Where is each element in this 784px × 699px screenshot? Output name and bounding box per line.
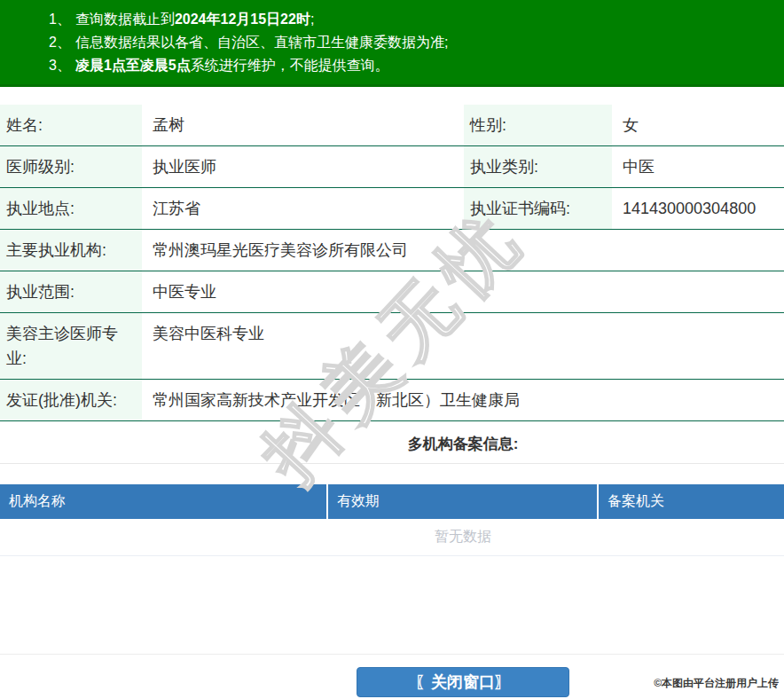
table-row: 发证(批准)机关: 常州国家高新技术产业开发区（新北区）卫生健康局 bbox=[0, 380, 784, 421]
field-label-name: 姓名: bbox=[0, 105, 142, 146]
page: 1、查询数据截止到2024年12月15日22时; 2、信息数据结果以各省、自治区… bbox=[0, 0, 784, 699]
table-row: 医师级别: 执业医师 执业类别: 中医 bbox=[0, 146, 784, 188]
field-value-practice-scope: 中医专业 bbox=[142, 271, 784, 313]
field-value-certificate-code: 141430000304800 bbox=[612, 188, 784, 230]
multi-org-table: 机构名称 有效期 备案机关 暂无数据 bbox=[0, 484, 784, 556]
field-label-practice-scope: 执业范围: bbox=[0, 271, 142, 313]
notice-number: 3、 bbox=[49, 58, 71, 73]
table-row: 暂无数据 bbox=[0, 519, 784, 555]
table-row: 美容主诊医师专业: 美容中医科专业 bbox=[0, 313, 784, 380]
field-label-practice-category: 执业类别: bbox=[464, 146, 612, 188]
field-label-issuing-authority: 发证(批准)机关: bbox=[0, 380, 142, 421]
notice-line: 1、查询数据截止到2024年12月15日22时; bbox=[49, 8, 784, 31]
close-window-button[interactable]: 〖关闭窗口〗 bbox=[357, 667, 569, 697]
table-row: 执业范围: 中医专业 bbox=[0, 271, 784, 313]
notice-text: 查询数据截止到 bbox=[75, 12, 175, 27]
notice-number: 2、 bbox=[49, 35, 71, 50]
field-value-name: 孟树 bbox=[142, 105, 464, 146]
empty-data-placeholder: 暂无数据 bbox=[0, 519, 784, 555]
field-value-issuing-authority: 常州国家高新技术产业开发区（新北区）卫生健康局 bbox=[142, 380, 784, 421]
content-wrapper: 1、查询数据截止到2024年12月15日22时; 2、信息数据结果以各省、自治区… bbox=[0, 0, 784, 697]
notice-text-bold: 凌晨1点至凌晨5点 bbox=[75, 58, 191, 73]
field-value-doctor-level: 执业医师 bbox=[142, 146, 464, 188]
notice-line: 2、信息数据结果以各省、自治区、直辖市卫生健康委数据为准; bbox=[49, 31, 784, 54]
field-label-certificate-code: 执业证书编码: bbox=[464, 188, 612, 230]
field-label-doctor-level: 医师级别: bbox=[0, 146, 142, 188]
notice-text: 信息数据结果以各省、自治区、直辖市卫生健康委数据为准; bbox=[75, 35, 448, 50]
notice-banner: 1、查询数据截止到2024年12月15日22时; 2、信息数据结果以各省、自治区… bbox=[0, 0, 784, 87]
notice-text-bold: 2024年12月15日22时 bbox=[175, 12, 310, 27]
field-value-practice-location: 江苏省 bbox=[142, 188, 464, 230]
table-row: 姓名: 孟树 性别: 女 bbox=[0, 105, 784, 146]
field-label-cosmetic-specialty: 美容主诊医师专业: bbox=[0, 313, 142, 380]
field-value-main-institution: 常州澳玛星光医疗美容诊所有限公司 bbox=[142, 230, 784, 271]
notice-text: ; bbox=[310, 12, 314, 27]
field-value-practice-category: 中医 bbox=[612, 146, 784, 188]
field-value-cosmetic-specialty: 美容中医科专业 bbox=[142, 313, 784, 380]
notice-number: 1、 bbox=[49, 12, 71, 27]
multi-org-section-title: 多机构备案信息: bbox=[0, 421, 784, 464]
upload-attribution-label: ©本图由平台注册用户上传 bbox=[654, 676, 779, 691]
column-header-filing-authority: 备案机关 bbox=[598, 484, 784, 519]
notice-line: 3、凌晨1点至凌晨5点系统进行维护，不能提供查询。 bbox=[49, 54, 784, 77]
table-header-row: 机构名称 有效期 备案机关 bbox=[0, 484, 784, 519]
field-label-main-institution: 主要执业机构: bbox=[0, 230, 142, 271]
practitioner-info-table: 姓名: 孟树 性别: 女 医师级别: 执业医师 执业类别: 中医 执业地点: 江… bbox=[0, 105, 784, 421]
divider bbox=[0, 654, 784, 655]
column-header-validity-period: 有效期 bbox=[327, 484, 598, 519]
table-row: 主要执业机构: 常州澳玛星光医疗美容诊所有限公司 bbox=[0, 230, 784, 271]
column-header-institution-name: 机构名称 bbox=[0, 484, 327, 519]
notice-text: 系统进行维护，不能提供查询。 bbox=[191, 58, 389, 73]
table-row: 执业地点: 江苏省 执业证书编码: 141430000304800 bbox=[0, 188, 784, 230]
field-label-gender: 性别: bbox=[464, 105, 612, 146]
field-label-practice-location: 执业地点: bbox=[0, 188, 142, 230]
field-value-gender: 女 bbox=[612, 105, 784, 146]
